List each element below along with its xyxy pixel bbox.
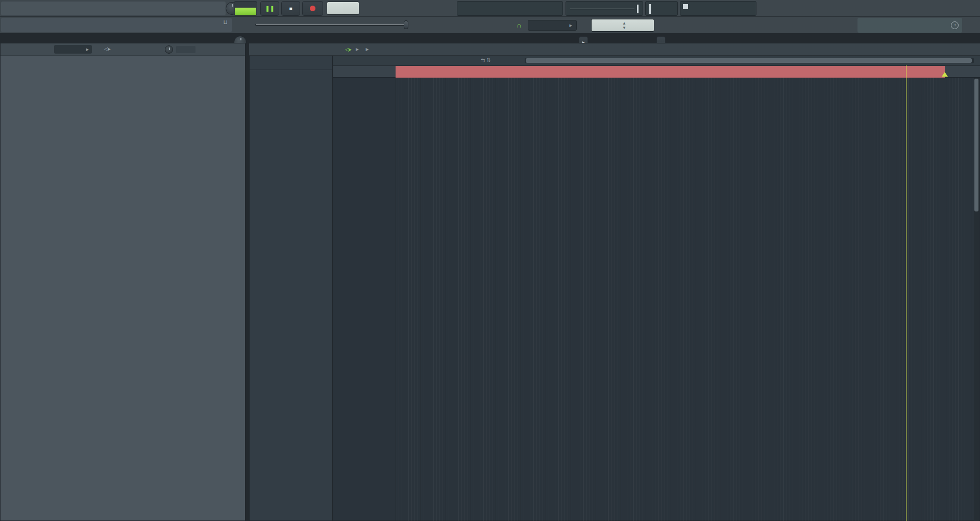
menu-bar	[1, 2, 226, 15]
h-scroll-thumb[interactable]	[526, 58, 972, 63]
pattern-picker-panel	[249, 43, 333, 521]
pattern-selector[interactable]: ▲▼	[591, 19, 654, 32]
channel-group-selector[interactable]: ▸	[54, 45, 92, 54]
pat-mode-label[interactable]	[234, 2, 257, 8]
stop-button[interactable]: ■	[281, 1, 300, 16]
song-mode-label[interactable]	[235, 8, 256, 15]
track-lanes	[333, 78, 980, 521]
news-panel[interactable]: ◔	[857, 18, 962, 33]
speaker-icon: ◁▸	[345, 46, 352, 52]
horizontal-scrollbar[interactable]	[525, 58, 974, 63]
channel-rack-header: ▸ ◁▸	[1, 43, 245, 56]
swing-knob[interactable]	[165, 45, 173, 54]
song-end-marker[interactable]	[942, 72, 948, 77]
breadcrumb-sep-icon: ▸	[353, 45, 361, 53]
zoom-controls[interactable]: ⇆ ⇅	[481, 57, 491, 63]
playhead-line[interactable]	[906, 65, 906, 521]
vertical-scrollbar[interactable]	[974, 78, 979, 521]
song-pat-toggle[interactable]	[234, 1, 257, 16]
pause-button[interactable]: ❚❚	[260, 1, 279, 16]
transport-bar: ❚❚ ■	[0, 0, 980, 17]
timeline-ruler[interactable]	[333, 66, 980, 78]
compact-view-icon[interactable]: ◁▸	[104, 46, 111, 52]
ruler-song-region	[396, 66, 945, 78]
globe-icon: ◔	[951, 21, 959, 29]
chevron-right-icon: ▸	[569, 22, 572, 29]
time-display[interactable]	[457, 1, 563, 16]
playlist-window: ◁▸ ▸ ▸ ⇆ ⇅	[333, 43, 980, 521]
snap-selector[interactable]: ▸	[528, 20, 577, 31]
master-volume-slider[interactable]	[255, 24, 408, 26]
cpu-meter-icon	[683, 4, 688, 9]
fl-studio-window: ❚❚ ■ ⊔	[0, 0, 980, 521]
keyboard-indicator[interactable]	[645, 1, 678, 16]
stepper-icon[interactable]: ▲▼	[622, 21, 626, 30]
v-scroll-thumb[interactable]	[974, 79, 978, 211]
snap-magnet-icon: ∩	[517, 21, 521, 29]
song-position-slider[interactable]	[566, 1, 643, 16]
breadcrumb-sep-icon: ▸	[363, 45, 371, 53]
channel-rack-window: ▸ ◁▸	[0, 43, 246, 521]
tempo-display[interactable]	[327, 2, 359, 15]
cpu-panel[interactable]	[680, 1, 756, 16]
playlist-titlebar[interactable]: ◁▸ ▸ ▸	[249, 43, 980, 56]
chevron-right-icon: ▸	[86, 46, 89, 53]
swing-display	[176, 46, 195, 53]
bar-grid	[396, 78, 980, 521]
record-dot-icon	[310, 6, 315, 11]
trash-icon[interactable]: ⊔	[223, 19, 228, 26]
record-button[interactable]	[302, 1, 323, 16]
session-panel[interactable]: ⊔	[1, 18, 232, 32]
secondary-toolbar: ⊔ ∩ ▸ ▸ ▲▼ ◔	[0, 17, 980, 34]
